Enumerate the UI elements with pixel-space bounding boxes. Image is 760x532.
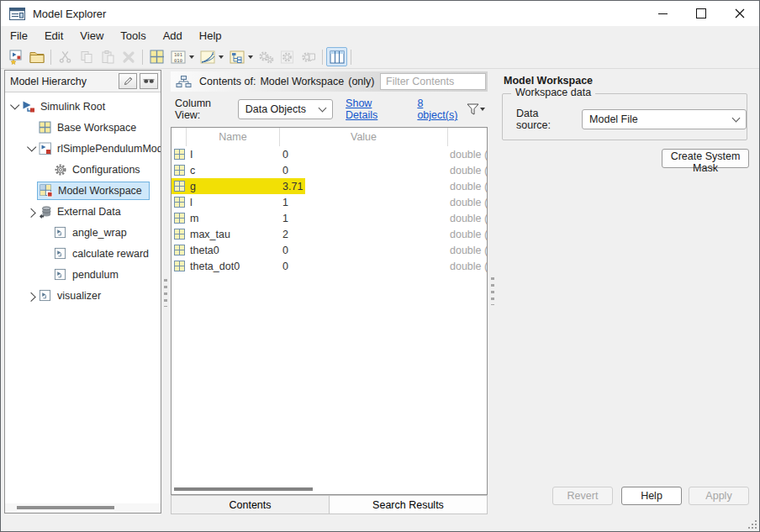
show-details-link[interactable]: Show Details xyxy=(346,97,398,121)
apply-button[interactable]: Apply xyxy=(689,487,749,505)
table-row[interactable]: m 1 double (au xyxy=(172,210,487,226)
resize-grip[interactable] xyxy=(747,519,757,529)
delete-button[interactable] xyxy=(118,47,139,66)
simulink-root-icon xyxy=(22,100,36,113)
title-bar: Model Explorer xyxy=(1,1,759,26)
left-splitter-handle[interactable] xyxy=(164,279,167,307)
tab-search-results[interactable]: Search Results xyxy=(330,496,487,514)
code-variables-button[interactable]: 101010 xyxy=(167,47,188,66)
name-column-header[interactable]: Name xyxy=(186,128,279,146)
gears-button[interactable] xyxy=(256,47,277,66)
new-model-icon xyxy=(8,50,24,65)
table-hscrollbar[interactable] xyxy=(172,484,487,494)
data-source-select[interactable]: Model File xyxy=(582,109,747,129)
toolbar-separator xyxy=(351,50,351,65)
tree-item-angle-wrap[interactable]: angle_wrap xyxy=(5,222,161,243)
group-title: Workspace data xyxy=(511,87,595,98)
help-button[interactable]: Help xyxy=(621,487,682,505)
object-count-link[interactable]: 8 object(s) xyxy=(417,97,460,121)
menu-file[interactable]: File xyxy=(2,28,36,44)
dropdown-arrow[interactable] xyxy=(248,55,253,59)
model-workspace-icon xyxy=(40,184,54,198)
chevron-down-icon[interactable] xyxy=(24,145,39,152)
tree-item-model[interactable]: rlSimplePendulumModelN xyxy=(5,138,161,159)
tree-item-model-workspace[interactable]: Model Workspace xyxy=(5,180,161,201)
menu-help[interactable]: Help xyxy=(191,28,230,44)
column-view-select[interactable]: Data Objects xyxy=(238,99,333,119)
maximize-button[interactable] xyxy=(682,1,720,26)
table-row[interactable]: theta_dot0 0 double (au xyxy=(172,258,487,274)
hierarchy-view-button[interactable] xyxy=(226,47,247,66)
tree-item-configurations[interactable]: Configurations xyxy=(5,159,161,180)
main-area: Model Hierarchy Simulink Root xyxy=(1,68,759,531)
tree-item-pendulum[interactable]: pendulum xyxy=(5,264,161,285)
tree-item-base-workspace[interactable]: Base Workspace xyxy=(5,117,161,138)
tree-icon xyxy=(230,50,245,64)
column-view-label: Column View: xyxy=(175,97,231,121)
pencil-icon xyxy=(123,76,134,87)
table-row[interactable]: I 0 double (au xyxy=(172,146,487,162)
dropdown-arrow[interactable] xyxy=(189,55,194,59)
menu-add[interactable]: Add xyxy=(155,28,191,44)
hierarchy-hscrollbar[interactable] xyxy=(5,503,161,513)
value-column-header[interactable]: Value xyxy=(279,128,447,146)
row-type: double (au xyxy=(447,149,487,161)
gear-dialog-button[interactable] xyxy=(298,47,319,66)
workspace-data-group: Workspace data Data source: Model File xyxy=(502,93,747,140)
tree-item-external-data[interactable]: External Data xyxy=(5,201,161,222)
table-row[interactable]: theta0 0 double (au xyxy=(172,242,487,258)
close-icon xyxy=(735,8,745,18)
open-button[interactable] xyxy=(26,47,47,66)
revert-button[interactable]: Revert xyxy=(552,487,613,505)
base-workspace-button[interactable] xyxy=(146,47,167,66)
paste-button[interactable] xyxy=(97,47,118,66)
signal-curves-button[interactable] xyxy=(197,47,218,66)
right-splitter-handle[interactable] xyxy=(491,277,494,305)
create-system-mask-button[interactable]: Create System Mask xyxy=(662,149,749,168)
tree-item-label: rlSimplePendulumModelN xyxy=(57,143,161,155)
selected-tree-item[interactable]: Model Workspace xyxy=(37,182,150,200)
toolbar-separator xyxy=(50,50,51,65)
tree-item-label: angle_wrap xyxy=(72,227,127,239)
data-source-value: Model File xyxy=(589,113,638,125)
menu-tools[interactable]: Tools xyxy=(112,28,154,44)
new-model-button[interactable] xyxy=(5,47,26,66)
row-filter-button[interactable] xyxy=(140,73,158,89)
menu-edit[interactable]: Edit xyxy=(36,28,71,44)
hscroll-thumb[interactable] xyxy=(17,506,114,509)
tree-item-calculate-reward[interactable]: calculate reward xyxy=(5,243,161,264)
table-row[interactable]: l 1 double (au xyxy=(172,194,487,210)
copy-button[interactable] xyxy=(76,47,97,66)
dialog-pane-columns-button[interactable] xyxy=(326,47,347,66)
close-button[interactable] xyxy=(720,1,759,26)
row-value: 3.71 xyxy=(279,181,447,192)
chevron-right-icon[interactable] xyxy=(24,292,39,299)
menu-view[interactable]: View xyxy=(71,28,112,44)
tab-contents[interactable]: Contents xyxy=(172,496,330,514)
filter-menu-button[interactable] xyxy=(467,103,488,115)
tree-item-visualizer[interactable]: visualizer xyxy=(5,285,161,306)
minimize-button[interactable] xyxy=(643,1,682,26)
column-view-value: Data Objects xyxy=(245,103,306,115)
columns-icon xyxy=(330,50,345,64)
row-value: 0 xyxy=(279,245,447,256)
table-row-highlighted[interactable]: g 3.71 double (au xyxy=(172,178,487,194)
dropdown-arrow[interactable] xyxy=(219,55,224,59)
type-column-header[interactable] xyxy=(447,128,487,146)
cut-button[interactable] xyxy=(55,47,76,66)
gear-icon xyxy=(280,50,294,64)
tree-item-simulink-root[interactable]: Simulink Root xyxy=(5,96,161,117)
row-type: double (au xyxy=(447,165,487,176)
chevron-down-icon[interactable] xyxy=(7,103,22,110)
hscroll-thumb[interactable] xyxy=(174,487,313,491)
filter-contents-input[interactable] xyxy=(380,73,486,90)
hierarchy-tree: Simulink Root Base Workspace rlSimplePen… xyxy=(5,92,161,503)
table-row[interactable]: max_tau 2 double (au xyxy=(172,226,487,242)
gear-button[interactable] xyxy=(277,47,298,66)
edit-hierarchy-button[interactable] xyxy=(119,73,137,89)
toolbar: 101010 xyxy=(1,45,759,69)
cut-scissors-icon xyxy=(59,50,71,63)
row-name: theta0 xyxy=(186,245,279,256)
chevron-right-icon[interactable] xyxy=(24,208,39,215)
table-row[interactable]: c 0 double (au xyxy=(172,162,487,178)
